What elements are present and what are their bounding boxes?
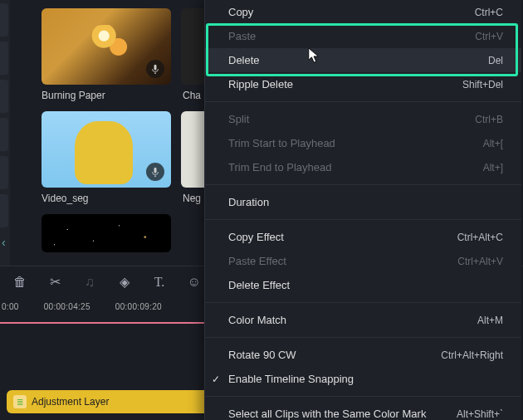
ctx-paste: PasteCtrl+V <box>205 24 521 48</box>
ctx-separator <box>205 219 521 220</box>
media-label: Video_seg <box>42 193 89 204</box>
microphone-icon <box>146 163 164 181</box>
tag-icon[interactable]: ◈ <box>116 274 133 290</box>
ctx-separator <box>205 101 521 102</box>
ctx-rotate-90[interactable]: Rotate 90 CWCtrl+Alt+Right <box>205 343 521 367</box>
left-tab[interactable] <box>0 42 8 75</box>
media-thumbnail[interactable] <box>42 214 171 252</box>
layers-icon: ≣ <box>13 395 27 408</box>
music-icon[interactable]: ♫ <box>81 275 98 290</box>
media-label: Neg <box>183 193 201 204</box>
left-tab[interactable] <box>0 3 8 37</box>
ctx-ripple-delete[interactable]: Ripple DeleteShift+Del <box>205 72 521 96</box>
ctx-duration[interactable]: Duration <box>205 190 521 214</box>
left-tab[interactable] <box>0 118 8 151</box>
ctx-paste-effect: Paste EffectCtrl+Alt+V <box>205 249 521 273</box>
ctx-separator <box>205 184 521 185</box>
trash-icon[interactable]: 🗑 <box>12 275 28 290</box>
media-label: Burning Paper <box>42 90 105 101</box>
ruler-tick: 0:00 <box>2 302 19 311</box>
ctx-trim-end: Trim End to PlayheadAlt+] <box>205 155 521 179</box>
clip-label: Adjustment Layer <box>32 396 109 408</box>
ctx-delete[interactable]: DeleteDel <box>205 48 521 72</box>
media-label: Cha <box>183 90 201 101</box>
ctx-separator <box>205 337 521 338</box>
text-icon[interactable]: T. <box>151 275 168 290</box>
scissors-icon[interactable]: ✂ <box>46 274 63 290</box>
ruler-tick: 00:00:04:25 <box>44 302 90 311</box>
check-icon: ✓ <box>212 374 220 385</box>
timeline-clip[interactable]: ≣ Adjustment Layer <box>7 390 232 413</box>
ctx-snapping[interactable]: ✓Enable Timeline Snapping <box>205 367 521 391</box>
context-menu: CopyCtrl+C PasteCtrl+V DeleteDel Ripple … <box>204 0 521 420</box>
left-tab-strip <box>0 0 10 266</box>
chevron-left-icon[interactable]: ‹ <box>2 236 6 249</box>
ruler-tick: 00:00:09:20 <box>115 302 162 311</box>
ctx-separator <box>205 302 521 303</box>
ctx-select-same-color[interactable]: Select all Clips with the Same Color Mar… <box>205 402 521 420</box>
ctx-color-match[interactable]: Color MatchAlt+M <box>205 308 521 332</box>
timeline-ruler[interactable]: 0:00 00:00:04:25 00:00:09:20 <box>0 300 204 324</box>
ctx-split: SplitCtrl+B <box>205 107 521 131</box>
left-tab[interactable] <box>0 156 8 189</box>
left-tab[interactable] <box>0 80 8 113</box>
ctx-copy-effect[interactable]: Copy EffectCtrl+Alt+C <box>205 225 521 249</box>
ctx-delete-effect[interactable]: Delete Effect <box>205 273 521 297</box>
media-library: Burning Paper Cha Video_seg Neg <box>12 0 204 266</box>
timeline-toolbar: 🗑 ✂ ♫ ◈ T. ☺ <box>12 274 203 290</box>
media-thumbnail[interactable] <box>42 8 171 85</box>
ctx-separator <box>205 396 521 397</box>
left-tab[interactable] <box>0 194 8 227</box>
media-thumbnail[interactable] <box>42 111 171 188</box>
ctx-trim-start: Trim Start to PlayheadAlt+[ <box>205 131 521 155</box>
microphone-icon <box>146 60 164 78</box>
ctx-copy[interactable]: CopyCtrl+C <box>205 0 521 24</box>
draw-icon[interactable]: ☺ <box>186 275 203 290</box>
